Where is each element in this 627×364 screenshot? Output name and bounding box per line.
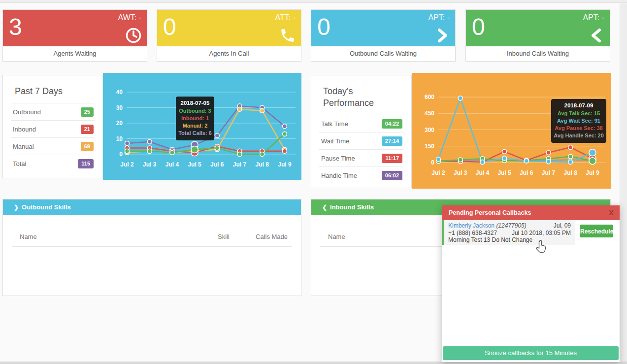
- talk-time-badge: 04:22: [382, 119, 402, 129]
- close-icon[interactable]: X: [609, 205, 614, 220]
- top-divider: [0, 0, 627, 3]
- past7-manual-label: Manual: [13, 143, 34, 150]
- svg-text:30: 30: [116, 104, 123, 111]
- svg-text:300: 300: [425, 127, 434, 133]
- svg-text:Jul 2: Jul 2: [120, 161, 134, 168]
- pending-callbacks-title: Pending Personal Callbacks: [449, 209, 531, 216]
- agents-in-call-tile[interactable]: 0 ATT: -: [157, 10, 301, 46]
- past7-row-manual: Manual 69: [11, 137, 95, 155]
- apt-metric-outbound: APT: -: [428, 13, 450, 22]
- svg-text:0: 0: [431, 159, 434, 166]
- svg-text:Jul 6: Jul 6: [210, 161, 224, 168]
- tooltip-line: Avg Pause Sec: 38: [553, 125, 604, 132]
- svg-text:450: 450: [425, 110, 434, 117]
- outbound-col-skill: Skill: [218, 233, 230, 240]
- outbound-col-calls-made: Calls Made: [256, 233, 288, 240]
- perf-row-talk: Talk Time 04:22: [319, 115, 403, 132]
- apt-metric-inbound: APT: -: [583, 13, 604, 22]
- chevron-right-icon: [433, 27, 450, 44]
- awt-metric: AWT: -: [118, 13, 141, 22]
- svg-text:Jul 2: Jul 2: [431, 169, 445, 176]
- past7-outbound-label: Outbound: [13, 108, 41, 116]
- svg-text:150: 150: [425, 143, 434, 150]
- inbound-col-name: Name: [328, 233, 345, 240]
- past-7-days-title: Past 7 Days: [3, 75, 102, 103]
- handle-time-badge: 06:02: [382, 171, 402, 180]
- past7-outbound-badge: 25: [81, 107, 94, 117]
- vertical-scrollbar[interactable]: [620, 3, 627, 362]
- agents-waiting-card[interactable]: 3 AWT: - Agents Waiting: [2, 9, 147, 62]
- todays-performance-chart[interactable]: 0150300450600Jul 2Jul 3Jul 4Jul 5Jul 6Ju…: [412, 73, 611, 189]
- past7-total-badge: 115: [78, 159, 94, 168]
- perf-row-wait: Wait Time 27:14: [319, 132, 403, 149]
- svg-text:0: 0: [119, 151, 123, 158]
- svg-text:Jul 5: Jul 5: [188, 161, 201, 168]
- snooze-callbacks-button[interactable]: Snooze callbacks for 15 Minutes: [443, 346, 619, 360]
- inbound-calls-waiting-tile[interactable]: 0 APT: -: [466, 10, 610, 46]
- pending-callbacks-header: Pending Personal Callbacks X: [442, 205, 620, 220]
- agents-in-call-card[interactable]: 0 ATT: - Agents In Call: [157, 9, 301, 62]
- tooltip-line: Total Calls: 6: [178, 130, 212, 137]
- tooltip-line: Outbound: 3: [178, 107, 212, 115]
- past7-manual-badge: 69: [81, 142, 94, 151]
- inbound-skills-title: Inbound Skills: [330, 203, 374, 211]
- tooltip-line: Avg Handle Sec: 20: [553, 132, 604, 139]
- callback-date-full: Jul 10 2018, 03:05 PM: [512, 230, 571, 237]
- handle-time-label: Handle Time: [321, 172, 357, 179]
- callback-date-short: Jul, 09: [512, 222, 571, 230]
- chevron-left-icon: [588, 27, 605, 44]
- clock-icon: [125, 27, 142, 44]
- performance-tooltip-date: 2018-07-09: [553, 102, 604, 108]
- past7-row-total: Total 115: [11, 155, 95, 172]
- svg-text:Jul 6: Jul 6: [520, 169, 533, 176]
- performance-chart-tooltip: 2018-07-09 Avg Talk Sec: 15Avg Wait Sec:…: [551, 99, 606, 143]
- svg-text:600: 600: [425, 94, 434, 100]
- svg-text:Jul 7: Jul 7: [233, 161, 247, 168]
- callback-contact-link[interactable]: Kimberly Jackson: [448, 222, 495, 229]
- tooltip-line: Avg Talk Sec: 15: [553, 110, 604, 117]
- svg-text:40: 40: [116, 89, 123, 96]
- outbound-skills-panel: ❯Outbound Skills Name Skill Calls Made: [2, 199, 301, 296]
- svg-text:Jul 8: Jul 8: [564, 169, 578, 176]
- callback-list-item[interactable]: Kimberly Jackson (12477905) +1 (888) 638…: [442, 220, 575, 245]
- svg-text:Jul 9: Jul 9: [278, 161, 292, 168]
- past-7-days-calls-chart[interactable]: 010203040Jul 2Jul 3Jul 4Jul 5Jul 6Jul 7J…: [103, 73, 301, 180]
- outbound-col-name: Name: [20, 233, 37, 240]
- svg-text:20: 20: [116, 120, 123, 127]
- reschedule-button[interactable]: Reschedule: [580, 225, 613, 237]
- svg-text:Jul 4: Jul 4: [476, 169, 490, 176]
- outbound-calls-waiting-tile[interactable]: 0 APT: -: [311, 10, 455, 46]
- tooltip-line: Inbound: 1: [178, 115, 212, 122]
- svg-text:Jul 8: Jul 8: [256, 161, 269, 168]
- past7-row-inbound: Inbound 21: [11, 120, 95, 137]
- chevron-left-icon: ❮: [322, 204, 327, 211]
- agents-in-call-value: 0: [163, 10, 176, 44]
- perf-row-handle: Handle Time 06:02: [319, 166, 403, 184]
- calls-tooltip-date: 2018-07-05: [178, 100, 212, 106]
- svg-text:Jul 7: Jul 7: [542, 169, 556, 176]
- agents-waiting-value: 3: [9, 10, 22, 44]
- chevron-right-icon: ❯: [14, 204, 19, 211]
- todays-performance-title: Today's Performance: [311, 75, 390, 115]
- outbound-calls-waiting-label: Outbound Calls Waiting: [311, 46, 455, 61]
- agents-waiting-label: Agents Waiting: [3, 46, 147, 61]
- svg-text:Jul 3: Jul 3: [454, 169, 467, 176]
- outbound-skills-title: Outbound Skills: [22, 203, 71, 211]
- outbound-calls-waiting-card[interactable]: 0 APT: - Outbound Calls Waiting: [311, 9, 456, 62]
- past7-inbound-badge: 21: [81, 125, 94, 134]
- hand-cursor: [534, 239, 547, 254]
- talk-time-label: Talk Time: [321, 120, 348, 128]
- pause-time-label: Pause Time: [321, 155, 355, 162]
- svg-text:10: 10: [116, 135, 123, 142]
- agents-in-call-label: Agents In Call: [157, 46, 301, 61]
- inbound-calls-waiting-value: 0: [472, 10, 485, 44]
- past7-row-outbound: Outbound 25: [11, 103, 95, 120]
- inbound-calls-waiting-card[interactable]: 0 APT: - Inbound Calls Waiting: [465, 9, 610, 62]
- outbound-calls-waiting-value: 0: [317, 10, 330, 44]
- phone-icon: [279, 27, 296, 44]
- past-7-days-panel: Past 7 Days Outbound 25 Inbound 21 Manua…: [2, 75, 103, 178]
- svg-text:Jul 4: Jul 4: [165, 161, 179, 168]
- agents-waiting-tile[interactable]: 3 AWT: -: [3, 10, 147, 46]
- pending-callbacks-popup: Pending Personal Callbacks X Kimberly Ja…: [442, 205, 620, 362]
- outbound-skills-header[interactable]: ❯Outbound Skills: [3, 199, 301, 215]
